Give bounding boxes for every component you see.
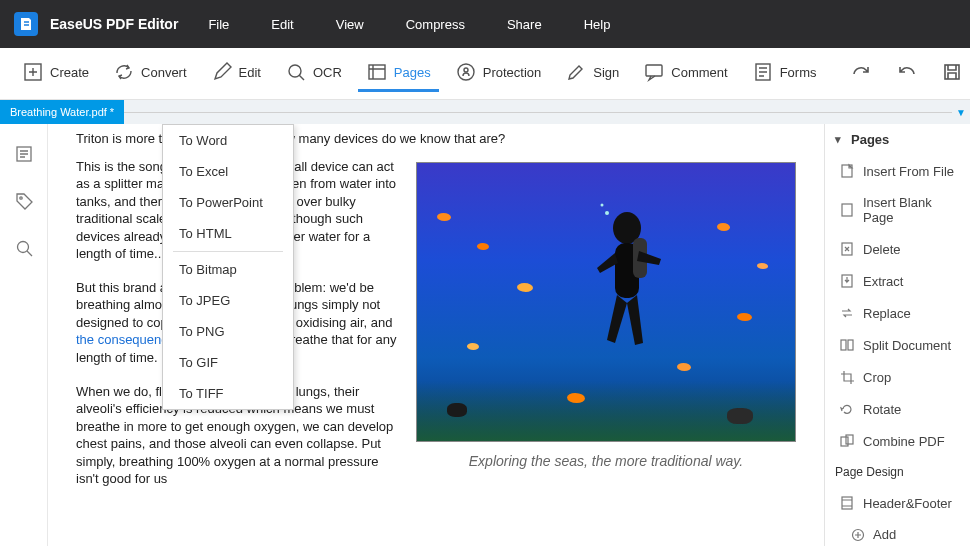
dd-to-powerpoint[interactable]: To PowerPoint	[163, 187, 293, 218]
document-image	[416, 162, 796, 442]
protection-button[interactable]: Protection	[447, 55, 550, 92]
menu-compress[interactable]: Compress	[406, 17, 465, 32]
menu-help[interactable]: Help	[584, 17, 611, 32]
app-logo	[14, 12, 38, 36]
svg-point-14	[605, 211, 609, 215]
insert-blank-page[interactable]: Insert Blank Page	[825, 187, 970, 233]
svg-rect-7	[945, 65, 959, 79]
create-button[interactable]: Create	[14, 55, 97, 92]
svg-rect-2	[369, 65, 385, 79]
sign-label: Sign	[593, 65, 619, 80]
active-tab[interactable]: Breathing Water.pdf *	[0, 100, 124, 124]
image-caption: Exploring the seas, the more traditional…	[416, 452, 796, 471]
dd-to-tiff[interactable]: To TIFF	[163, 378, 293, 409]
svg-rect-21	[848, 340, 853, 350]
menu-bar: File Edit View Compress Share Help	[208, 17, 610, 32]
edit-button[interactable]: Edit	[203, 55, 269, 92]
redo-button[interactable]	[841, 55, 879, 92]
svg-point-15	[601, 203, 604, 206]
dd-to-gif[interactable]: To GIF	[163, 347, 293, 378]
dd-to-excel[interactable]: To Excel	[163, 156, 293, 187]
comment-button[interactable]: Comment	[635, 55, 735, 92]
svg-point-4	[464, 68, 468, 72]
document-tabs: Breathing Water.pdf * ▼	[0, 100, 970, 124]
svg-rect-20	[841, 340, 846, 350]
left-sidebar	[0, 124, 48, 546]
save-button[interactable]	[933, 55, 970, 92]
ocr-button[interactable]: OCR	[277, 55, 350, 92]
add-header-footer[interactable]: Add	[825, 519, 970, 546]
replace-page[interactable]: Replace	[825, 297, 970, 329]
title-bar: EaseUS PDF Editor File Edit View Compres…	[0, 0, 970, 48]
svg-rect-23	[846, 435, 853, 444]
svg-rect-5	[646, 65, 662, 76]
pages-button[interactable]: Pages	[358, 55, 439, 92]
menu-share[interactable]: Share	[507, 17, 542, 32]
search-icon[interactable]	[14, 238, 34, 261]
edit-label: Edit	[239, 65, 261, 80]
main-toolbar: Create Convert Edit OCR Pages Protection…	[0, 48, 970, 100]
dd-to-png[interactable]: To PNG	[163, 316, 293, 347]
thumbnails-icon[interactable]	[14, 144, 34, 167]
sign-button[interactable]: Sign	[557, 55, 627, 92]
tab-dropdown-icon[interactable]: ▼	[952, 107, 970, 118]
dd-separator	[173, 251, 283, 252]
convert-button[interactable]: Convert	[105, 55, 195, 92]
dd-to-jpeg[interactable]: To JPEG	[163, 285, 293, 316]
pages-panel-title: ▾Pages	[825, 124, 970, 155]
undo-button[interactable]	[887, 55, 925, 92]
page-design-title: Page Design	[825, 457, 970, 487]
right-panel: ▾Pages Insert From File Insert Blank Pag…	[824, 124, 970, 546]
pages-label: Pages	[394, 65, 431, 80]
ocr-label: OCR	[313, 65, 342, 80]
rotate-page[interactable]: Rotate	[825, 393, 970, 425]
split-document[interactable]: Split Document	[825, 329, 970, 361]
menu-edit[interactable]: Edit	[271, 17, 293, 32]
svg-point-10	[17, 242, 28, 253]
create-label: Create	[50, 65, 89, 80]
delete-page[interactable]: Delete	[825, 233, 970, 265]
dd-to-html[interactable]: To HTML	[163, 218, 293, 249]
protection-label: Protection	[483, 65, 542, 80]
document-viewport[interactable]: Triton is more than sufficient, and how …	[48, 124, 824, 546]
extract-page[interactable]: Extract	[825, 265, 970, 297]
tag-icon[interactable]	[14, 191, 34, 214]
combine-pdf[interactable]: Combine PDF	[825, 425, 970, 457]
svg-rect-22	[841, 437, 848, 446]
app-title: EaseUS PDF Editor	[50, 16, 178, 32]
forms-label: Forms	[780, 65, 817, 80]
forms-button[interactable]: Forms	[744, 55, 825, 92]
dd-to-bitmap[interactable]: To Bitmap	[163, 254, 293, 285]
crop-page[interactable]: Crop	[825, 361, 970, 393]
convert-dropdown: To Word To Excel To PowerPoint To HTML T…	[162, 124, 294, 410]
svg-rect-17	[842, 204, 852, 216]
menu-file[interactable]: File	[208, 17, 229, 32]
svg-point-9	[19, 197, 21, 199]
header-footer[interactable]: Header&Footer	[825, 487, 970, 519]
insert-from-file[interactable]: Insert From File	[825, 155, 970, 187]
menu-view[interactable]: View	[336, 17, 364, 32]
convert-label: Convert	[141, 65, 187, 80]
dd-to-word[interactable]: To Word	[163, 125, 293, 156]
comment-label: Comment	[671, 65, 727, 80]
svg-rect-24	[842, 497, 852, 509]
